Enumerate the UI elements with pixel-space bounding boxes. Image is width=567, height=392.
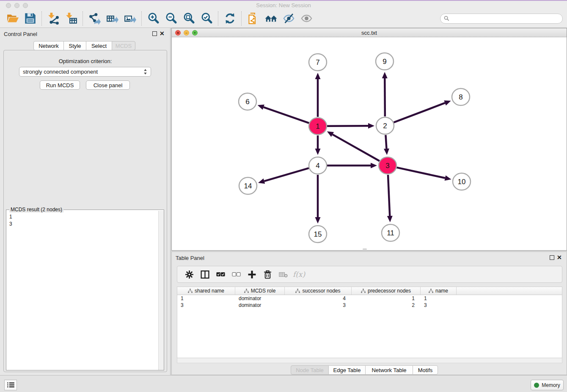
column-header-label: successor nodes [302,288,340,294]
column-header-predecessor-nodes[interactable]: predecessor nodes [352,287,421,295]
search-input[interactable] [451,14,562,23]
main-toolbar [0,9,567,28]
graph-node-11[interactable]: 11 [382,224,399,241]
graph-edge-1-4[interactable] [315,135,321,155]
graph-edge-3-1[interactable] [327,131,380,161]
svg-text:7: 7 [316,58,319,66]
table-horizontal-scrollbar[interactable] [177,358,562,363]
memory-button[interactable]: Memory [531,380,564,390]
network-canvas[interactable]: 7968124314101511 [172,37,567,250]
delete-column-button[interactable] [260,268,275,281]
graph-node-4[interactable]: 4 [309,157,327,174]
graph-edge-4-3[interactable] [327,163,377,168]
open-session-button[interactable] [3,11,21,27]
column-header-name[interactable]: name [421,287,457,295]
tab-node-table[interactable]: Node Table [291,365,329,375]
graph-node-3[interactable]: 3 [379,157,396,174]
neighbors-button[interactable] [262,11,280,27]
tab-style[interactable]: Style [63,41,86,50]
graph-node-8[interactable]: 8 [452,88,470,105]
clone-network-button[interactable] [244,11,262,27]
graph-edge-1-2[interactable] [327,123,374,129]
graph-edge-2-3[interactable] [384,135,389,155]
graph-node-10[interactable]: 10 [453,173,471,190]
table-cell[interactable]: dominator [235,302,285,309]
close-panel-button[interactable]: Close panel [86,80,130,90]
mcds-result-text[interactable]: 1 3 [6,211,158,370]
float-panel-icon[interactable] [152,31,157,36]
export-network-button[interactable] [85,11,103,27]
graph-node-15[interactable]: 15 [309,226,327,243]
table-cell[interactable]: 1 [421,295,457,302]
import-network-button[interactable] [44,11,62,27]
tab-mcds[interactable]: MCDS [112,41,135,50]
table-cell[interactable]: 4 [285,295,352,302]
tab-select[interactable]: Select [86,41,112,50]
graph-edge-3-11[interactable] [387,175,393,222]
graph-edge-2-8[interactable] [394,100,451,122]
float-panel-icon[interactable] [550,255,554,260]
deselect-all-button[interactable] [228,268,244,281]
optimization-criterion-select[interactable]: strongly connected component [19,67,151,77]
svg-text:9: 9 [383,58,386,66]
tab-edge-table[interactable]: Edge Table [328,365,366,375]
delete-table-button[interactable] [275,268,291,281]
column-header-MCDS-role[interactable]: MCDS role [235,287,285,295]
graph-node-7[interactable]: 7 [309,54,327,71]
column-header-successor-nodes[interactable]: successor nodes [285,287,352,295]
graph-edge-4-15[interactable] [315,175,321,224]
table-cell[interactable]: 1 [177,295,235,302]
refresh-icon [224,12,236,25]
graph-node-2[interactable]: 2 [376,117,394,134]
toolbar-separator [141,11,142,26]
toolbar-separator [218,11,218,26]
table-cell[interactable]: dominator [235,295,285,302]
result-scrollbar[interactable] [158,211,164,370]
table-cell[interactable]: 3 [177,302,235,309]
graph-node-1[interactable]: 1 [309,118,327,135]
graph-node-14[interactable]: 14 [239,177,257,194]
network-window-titlebar[interactable]: ✕ − + scc.txt [172,28,567,37]
export-network-icon [88,12,101,25]
zoom-in-button[interactable] [144,11,162,27]
zoom-out-button[interactable] [162,11,180,27]
split-view-button[interactable] [197,268,213,281]
export-image-button[interactable] [121,11,139,27]
splitter-handle[interactable] [363,248,367,250]
add-column-button[interactable] [244,268,260,281]
table-cell[interactable]: 2 [352,302,421,309]
column-header-shared-name[interactable]: shared name [177,287,235,295]
graph-edge-2-9[interactable] [382,72,388,116]
graph-edge-3-10[interactable] [396,168,451,181]
save-session-button[interactable] [21,11,39,27]
tab-network[interactable]: Network [33,41,64,50]
toolbar-separator [83,11,83,26]
graph-node-6[interactable]: 6 [239,93,256,110]
show-hidden-button[interactable] [297,11,315,27]
close-panel-icon[interactable]: ✕ [160,30,165,37]
table-row[interactable]: 3dominator323 [177,302,562,309]
zoom-fit-button[interactable] [180,11,198,27]
table-settings-button[interactable] [182,268,197,281]
run-mcds-button[interactable]: Run MCDS [40,80,80,90]
import-table-button[interactable] [62,11,80,27]
search-field[interactable] [440,14,563,24]
task-history-button[interactable] [4,380,17,390]
zoom-selected-button[interactable] [198,11,215,27]
table-cell[interactable]: 3 [285,302,352,309]
tab-motifs[interactable]: Motifs [413,365,438,375]
close-panel-icon[interactable]: ✕ [557,254,562,261]
graph-edge-1-7[interactable] [315,73,321,117]
export-table-button[interactable] [103,11,121,27]
tab-network-table[interactable]: Network Table [365,365,413,375]
apply-layout-button[interactable] [221,11,239,27]
graph-edge-4-14[interactable] [258,168,309,184]
table-row[interactable]: 1dominator411 [177,295,562,302]
graph-edge-1-6[interactable] [258,105,309,123]
table-cell[interactable]: 3 [421,302,457,309]
function-builder-button[interactable]: f(x) [291,268,307,281]
graph-node-9[interactable]: 9 [376,53,394,70]
table-cell[interactable]: 1 [352,295,421,302]
hide-selected-button[interactable] [280,11,297,27]
select-all-button[interactable] [213,268,228,281]
